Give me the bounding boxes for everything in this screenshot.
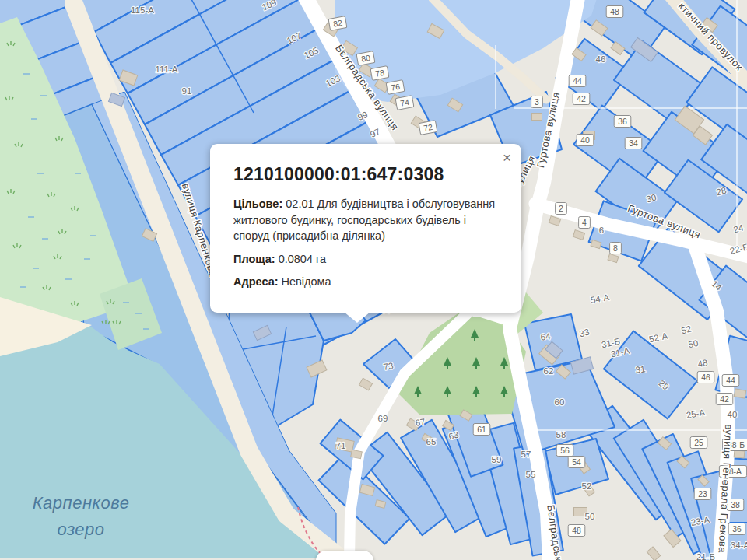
svg-text:52: 52 <box>582 481 592 491</box>
parcel-info-popup: × 1210100000:01:647:0308 Цільове: 02.01 … <box>210 144 521 313</box>
parcel-number-label: 21-Б <box>696 552 715 560</box>
svg-text:6: 6 <box>599 226 604 235</box>
parcel-number-label: 46 <box>596 54 606 64</box>
svg-text:40: 40 <box>728 410 738 419</box>
parcel-number-label: 8 <box>610 243 622 254</box>
svg-text:59: 59 <box>492 455 502 464</box>
parcel-number-label: 34 <box>625 138 642 149</box>
svg-text:34: 34 <box>629 138 638 148</box>
parcel-number-label: 60 <box>555 397 565 407</box>
svg-text:8: 8 <box>613 243 618 253</box>
parcel-number-label: 48 <box>606 6 623 18</box>
svg-text:115-А: 115-А <box>131 5 154 15</box>
parcel-number-label: 65 <box>426 437 437 446</box>
parcel-number-label: 46 <box>697 372 714 383</box>
parcel-number-label: 82 <box>328 16 347 31</box>
svg-text:67: 67 <box>415 417 426 428</box>
parcel-number-label: 54 <box>568 457 585 468</box>
svg-text:91: 91 <box>182 86 192 96</box>
parcel-number-label: 59 <box>492 455 502 464</box>
svg-text:58: 58 <box>556 430 566 439</box>
svg-text:23: 23 <box>698 489 707 499</box>
parcel-number-label: 4 <box>579 217 591 229</box>
parcel-number-label: 36 <box>614 116 631 128</box>
parcel-number-label: 80 <box>356 51 375 66</box>
popup-field-purpose: Цільове: 02.01 Для будівництва і обслуго… <box>233 196 503 244</box>
parcel-number-label: 71 <box>336 441 346 450</box>
svg-text:64: 64 <box>540 331 552 342</box>
parcel-number-label: 44 <box>722 375 739 387</box>
parcel-number-label: 52 <box>582 481 592 491</box>
parcel-number-label: 64 <box>540 331 552 342</box>
building <box>734 450 745 458</box>
svg-text:72: 72 <box>423 122 433 133</box>
parcel-number-label: 56 <box>556 445 573 457</box>
svg-text:40: 40 <box>580 135 590 145</box>
lake-label: Карпенкове озеро <box>12 490 149 543</box>
svg-text:74: 74 <box>399 97 410 108</box>
parcel-number-label: 3 <box>531 96 543 108</box>
svg-text:36: 36 <box>732 524 742 534</box>
parcel-number-label: 76 <box>386 80 405 95</box>
svg-text:2: 2 <box>559 204 563 213</box>
building <box>734 389 746 398</box>
parcel-number-label: 78 <box>370 66 389 81</box>
parcel-number-label: 42 <box>716 394 733 405</box>
svg-text:65: 65 <box>426 437 437 446</box>
svg-text:73: 73 <box>383 361 395 372</box>
parcel-number-label: 74 <box>395 96 414 110</box>
popup-field-area: Площа: 0.0804 га <box>233 251 503 268</box>
svg-text:48: 48 <box>572 526 581 535</box>
parcel-number-label: 23 <box>694 488 711 500</box>
parcel-number-label: 57 <box>521 450 531 459</box>
svg-text:25: 25 <box>694 438 703 447</box>
parcel-number-label: 62 <box>544 366 554 376</box>
cadastral-number-title: 1210100000:01:647:0308 <box>233 164 503 185</box>
svg-text:46: 46 <box>596 54 606 64</box>
parcel-number-label: 91 <box>182 86 192 96</box>
svg-text:55: 55 <box>526 470 536 479</box>
parcel-number-label: 73 <box>383 361 395 372</box>
popup-field-address: Адреса: Невідома <box>233 274 503 290</box>
svg-text:57: 57 <box>521 450 531 459</box>
parcel-number-label: 44 <box>569 75 586 87</box>
parcel-number-label: 58 <box>556 430 566 439</box>
svg-text:50: 50 <box>585 512 595 521</box>
svg-text:42: 42 <box>577 94 586 103</box>
parcel-number-label: 67 <box>415 417 426 428</box>
close-icon[interactable]: × <box>503 150 511 165</box>
svg-text:31: 31 <box>635 364 646 375</box>
parcel-number-label: 50 <box>585 512 595 521</box>
parcel-number-label: 40 <box>728 410 738 419</box>
parcel-number-label: 25 <box>690 437 707 449</box>
svg-text:21-Б: 21-Б <box>696 552 715 560</box>
parcel-number-label: 72 <box>419 121 437 135</box>
svg-text:71: 71 <box>336 441 346 450</box>
svg-text:38: 38 <box>731 500 740 509</box>
parcel-number-label: 6 <box>599 226 604 235</box>
svg-text:78: 78 <box>374 68 385 79</box>
parcel-number-label: 69 <box>378 414 388 423</box>
parcel-number-label: 115-А <box>131 5 154 15</box>
svg-text:44: 44 <box>573 76 582 86</box>
parcel-number-label: 34-А <box>731 541 747 550</box>
svg-text:56: 56 <box>560 446 570 455</box>
svg-text:69: 69 <box>378 414 388 423</box>
parcel-number-label: 36 <box>728 523 745 535</box>
svg-text:4: 4 <box>582 218 587 227</box>
parcel-number-label: 48 <box>568 525 585 537</box>
svg-text:42: 42 <box>720 394 729 404</box>
building <box>532 114 542 121</box>
map-viewport: 115-А111-А911091071051039997828078767472… <box>0 0 747 560</box>
svg-text:34-А: 34-А <box>731 541 747 550</box>
parcel-number-label: 42 <box>573 93 590 105</box>
parcel-number-label: 55 <box>526 470 536 479</box>
map-control-pill[interactable] <box>316 551 374 560</box>
svg-text:44: 44 <box>726 376 735 385</box>
svg-text:48: 48 <box>610 7 619 16</box>
svg-text:62: 62 <box>544 366 554 376</box>
svg-text:46: 46 <box>701 373 710 382</box>
parcel-number-label: 111-А <box>156 65 178 74</box>
svg-text:54: 54 <box>572 457 581 467</box>
svg-text:3: 3 <box>535 97 539 107</box>
